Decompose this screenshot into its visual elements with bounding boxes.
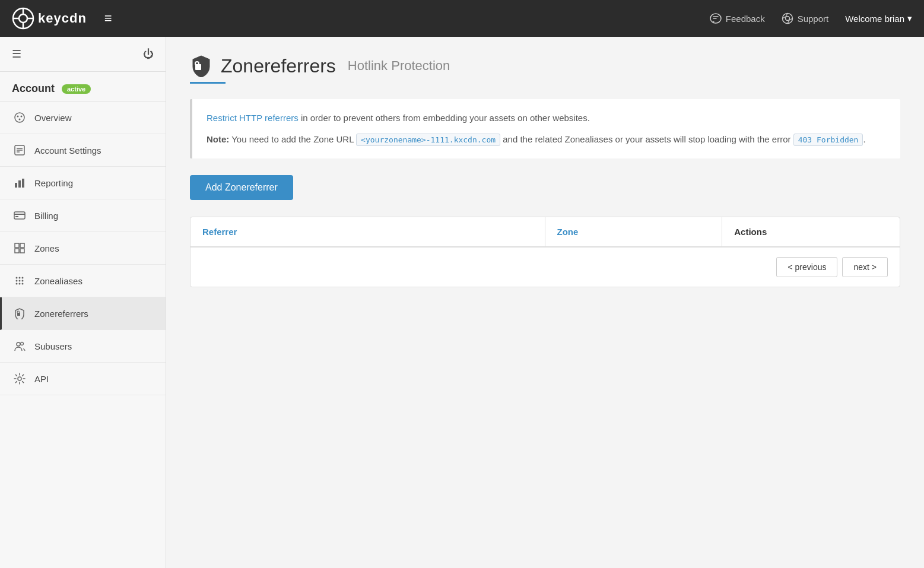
svg-point-34 [16, 280, 18, 282]
page-header-icon [190, 55, 212, 77]
sidebar-item-subusers[interactable]: Subusers [0, 330, 166, 363]
support-label: Support [798, 14, 829, 24]
info-line1-rest: in order to prevent others from embeddin… [299, 113, 590, 123]
logo-icon [12, 7, 34, 30]
feedback-icon [710, 12, 722, 24]
col-zone: Zone [545, 217, 723, 246]
grid-icon [13, 242, 26, 255]
sidebar-item-zonereferrers[interactable]: Zonereferrers [0, 297, 166, 330]
page-title-underline [190, 82, 226, 84]
svg-rect-28 [20, 243, 24, 247]
svg-point-43 [21, 342, 24, 345]
sidebar-item-billing[interactable]: Billing [0, 199, 166, 232]
users-icon [13, 339, 26, 353]
svg-point-8 [785, 17, 789, 21]
svg-point-31 [16, 277, 18, 279]
welcome-menu[interactable]: Welcome brian ▾ [845, 13, 912, 24]
svg-point-32 [19, 277, 21, 279]
zone-url-code: <yourzonename>-1111.kxcdn.com [356, 134, 500, 146]
svg-rect-24 [14, 212, 25, 219]
power-icon[interactable]: ⏻ [143, 48, 154, 61]
sidebar-item-account-settings[interactable]: Account Settings [0, 134, 166, 167]
sidebar-item-label: Reporting [34, 178, 73, 188]
sidebar-item-reporting[interactable]: Reporting [0, 167, 166, 199]
info-box: Restrict HTTP referrers in order to prev… [190, 99, 900, 158]
svg-point-13 [15, 113, 24, 122]
topnav-hamburger[interactable]: ≡ [104, 11, 113, 26]
svg-rect-23 [22, 179, 24, 188]
apps-icon [13, 274, 26, 287]
page-header: Zonereferrers Hotlink Protection [190, 55, 900, 77]
sidebar-hamburger[interactable]: ☰ [12, 47, 21, 61]
svg-rect-41 [17, 311, 20, 313]
account-active-badge: active [62, 84, 91, 94]
info-note-middle: and the related Zonealiases or your asse… [500, 134, 793, 144]
sidebar-nav: Overview Account Settings Reporting Bill… [0, 101, 166, 395]
sidebar-item-label: Zonereferrers [34, 309, 88, 319]
logo-text: keycdn [38, 11, 87, 26]
welcome-text: Welcome brian [845, 14, 904, 24]
sidebar-item-label: Subusers [34, 341, 72, 351]
palette-icon [13, 111, 26, 124]
support-icon [782, 12, 793, 24]
svg-rect-27 [15, 243, 19, 247]
note-label: Note: [207, 134, 229, 144]
restrict-http-link[interactable]: Restrict HTTP referrers [207, 113, 299, 123]
info-note-end: . [863, 134, 865, 144]
next-button[interactable]: next > [842, 257, 888, 277]
feedback-link[interactable]: Feedback [710, 12, 765, 24]
sidebar-item-zonealiases[interactable]: Zonealiases [0, 265, 166, 297]
svg-point-7 [782, 14, 792, 24]
svg-rect-29 [15, 249, 19, 253]
svg-point-1 [19, 14, 27, 23]
add-zonereferrer-button[interactable]: Add Zonereferrer [190, 175, 293, 200]
svg-point-33 [22, 277, 24, 279]
sidebar-item-label: Billing [34, 211, 58, 221]
info-note: Note: You need to add the Zone URL <your… [207, 132, 886, 147]
account-label: Account [12, 82, 55, 95]
sidebar-item-label: Zones [34, 243, 59, 253]
page-subtitle: Hotlink Protection [348, 58, 450, 74]
topnav-right: Feedback Support Welcome brian ▾ [710, 12, 912, 24]
edit-icon [13, 144, 26, 157]
forbidden-code: 403 Forbidden [793, 134, 863, 146]
bar-chart-icon [13, 176, 26, 189]
sidebar-item-overview[interactable]: Overview [0, 101, 166, 134]
sidebar-item-api[interactable]: API [0, 363, 166, 395]
welcome-caret: ▾ [907, 13, 912, 24]
sidebar-item-label: API [34, 374, 49, 384]
svg-rect-26 [15, 216, 18, 217]
shield-icon [191, 55, 211, 77]
shield-icon [13, 307, 26, 320]
previous-button[interactable]: < previous [776, 257, 837, 277]
info-note-text: You need to add the Zone URL [229, 134, 356, 144]
info-line1: Restrict HTTP referrers in order to prev… [207, 111, 886, 125]
svg-rect-21 [15, 183, 17, 188]
sidebar-top-controls: ☰ ⏻ [0, 37, 166, 72]
topnav: keycdn ≡ Feedback Support Welcome brian [0, 0, 924, 37]
sidebar-account: Account active [0, 72, 166, 101]
svg-point-16 [19, 119, 21, 120]
svg-point-15 [21, 116, 23, 118]
svg-point-36 [22, 280, 24, 282]
sidebar-item-label: Zonealiases [34, 276, 82, 286]
svg-point-44 [18, 377, 21, 380]
svg-point-38 [19, 283, 21, 285]
credit-card-icon [13, 209, 26, 222]
gear-icon [13, 372, 26, 385]
table-header: Referrer Zone Actions [190, 217, 900, 247]
svg-point-35 [19, 280, 21, 282]
svg-rect-30 [20, 249, 24, 253]
svg-rect-22 [18, 180, 21, 188]
sidebar-item-label: Account Settings [34, 145, 101, 156]
logo[interactable]: keycdn [12, 7, 87, 30]
svg-point-39 [22, 283, 24, 285]
main-content: Zonereferrers Hotlink Protection Restric… [166, 37, 924, 568]
svg-point-14 [17, 116, 19, 118]
sidebar-item-zones[interactable]: Zones [0, 232, 166, 265]
support-link[interactable]: Support [782, 12, 829, 24]
col-actions: Actions [722, 217, 900, 246]
svg-point-37 [16, 283, 18, 285]
table-pagination: < previous next > [190, 247, 900, 287]
svg-point-42 [17, 342, 20, 346]
